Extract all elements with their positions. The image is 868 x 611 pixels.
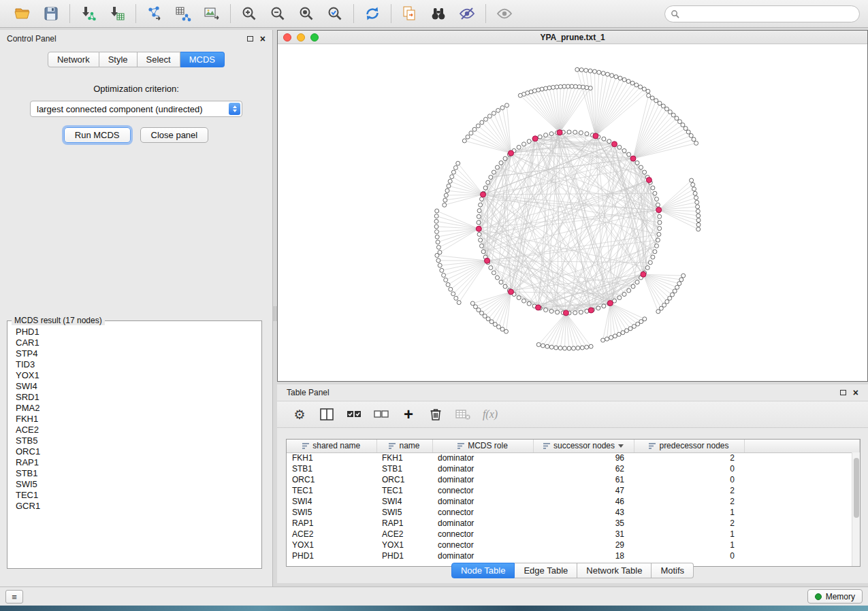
list-icon: ≡	[12, 592, 17, 602]
table-row[interactable]: ORC1ORC1dominator610	[287, 474, 860, 485]
table-cell: connector	[432, 529, 533, 540]
float-table-panel-icon[interactable]	[840, 390, 846, 395]
mcds-result-title: MCDS result (17 nodes)	[12, 316, 105, 325]
table-cell: SWI5	[376, 507, 432, 518]
mcds-result-item[interactable]: SWI5	[16, 479, 261, 490]
run-mcds-button[interactable]: Run MCDS	[64, 127, 131, 143]
mcds-result-item[interactable]: FKH1	[16, 414, 261, 425]
table-cell: 1	[634, 507, 744, 518]
split-table-icon[interactable]	[317, 404, 337, 425]
table-cell: FKH1	[376, 452, 432, 463]
new-network-icon[interactable]	[144, 3, 165, 24]
save-session-icon[interactable]	[41, 3, 61, 24]
show-graphics-details-icon[interactable]	[494, 3, 515, 24]
zoom-out-icon[interactable]	[268, 3, 288, 24]
close-panel-button[interactable]: Close panel	[140, 127, 209, 143]
table-row[interactable]: YOX1YOX1connector291	[287, 540, 860, 550]
network-graph[interactable]	[278, 44, 867, 381]
mcds-result-item[interactable]: TEC1	[16, 490, 261, 501]
import-network-icon[interactable]	[78, 3, 99, 24]
tab-select[interactable]: Select	[138, 52, 180, 67]
tab-network-table[interactable]: Network Table	[577, 563, 652, 578]
mcds-result-item[interactable]: STB5	[16, 435, 261, 446]
binoculars-icon[interactable]	[428, 3, 449, 24]
mcds-result-item[interactable]: STB1	[16, 468, 261, 479]
status-bar: ≡ Memory	[0, 587, 868, 606]
column-header-successor-nodes[interactable]: successor nodes	[533, 440, 634, 452]
tab-edge-table[interactable]: Edge Table	[515, 563, 577, 578]
table-cell: STB1	[287, 463, 376, 474]
table-row[interactable]: TEC1TEC1connector472	[287, 485, 860, 496]
table-cell: connector	[432, 485, 533, 496]
table-cell: connector	[432, 540, 533, 550]
mcds-result-item[interactable]: GCR1	[16, 501, 261, 512]
tab-style[interactable]: Style	[99, 52, 138, 67]
deselect-all-icon[interactable]	[371, 404, 391, 425]
table-row[interactable]: ACE2ACE2connector311	[287, 529, 860, 540]
tab-node-table[interactable]: Node Table	[451, 563, 515, 578]
table-row[interactable]: RAP1RAP1dominator352	[287, 518, 860, 529]
column-header-shared-name[interactable]: shared name	[287, 440, 376, 452]
zoom-in-icon[interactable]	[239, 3, 259, 24]
clear-table-icon	[453, 404, 473, 425]
column-header-name[interactable]: name	[376, 440, 432, 452]
mcds-result-item[interactable]: STP4	[16, 348, 261, 359]
add-column-icon[interactable]: +	[398, 404, 419, 425]
tab-network[interactable]: Network	[48, 52, 99, 67]
network-from-table-icon[interactable]	[173, 3, 193, 24]
table-row[interactable]: FKH1FKH1dominator962	[287, 452, 860, 463]
maximize-window-icon[interactable]	[310, 33, 319, 42]
mcds-result-item[interactable]: SRD1	[16, 392, 261, 403]
tab-mcds[interactable]: MCDS	[180, 52, 225, 67]
select-all-icon[interactable]	[344, 404, 364, 425]
open-file-icon[interactable]	[12, 3, 33, 24]
network-window-titlebar[interactable]: YPA_prune.txt_1	[278, 31, 867, 44]
table-row[interactable]: STB1STB1dominator620	[287, 463, 860, 474]
mcds-result-list[interactable]: PHD1CAR1STP4TID3YOX1SWI4SRD1PMA2FKH1ACE2…	[7, 325, 261, 512]
criterion-select[interactable]: largest connected component (undirected)	[30, 101, 242, 117]
column-header-predecessor-nodes[interactable]: predecessor nodes	[634, 440, 744, 452]
hide-graphics-details-icon[interactable]	[457, 3, 477, 24]
delete-column-icon[interactable]	[425, 404, 446, 425]
task-history-button[interactable]: ≡	[5, 590, 23, 604]
mcds-result-item[interactable]: ACE2	[16, 425, 261, 435]
memory-button[interactable]: Memory	[807, 589, 863, 604]
table-row[interactable]: PHD1PHD1dominator180	[287, 550, 860, 561]
search-input[interactable]	[683, 10, 854, 19]
mcds-result-item[interactable]: RAP1	[16, 457, 261, 468]
column-type-icon	[543, 442, 550, 449]
table-cell: 62	[533, 463, 634, 474]
close-table-panel-icon[interactable]: ×	[853, 388, 858, 397]
table-settings-gear-icon[interactable]: ⚙	[289, 404, 310, 425]
search-field[interactable]	[664, 5, 860, 22]
mcds-result-item[interactable]: CAR1	[16, 337, 261, 348]
mcds-result-item[interactable]: PMA2	[16, 403, 261, 414]
column-type-icon	[389, 442, 396, 449]
export-image-icon[interactable]	[202, 3, 222, 24]
float-panel-icon[interactable]	[247, 36, 253, 42]
mcds-result-item[interactable]: ORC1	[16, 446, 261, 457]
zoom-selected-icon[interactable]	[325, 3, 345, 24]
close-panel-icon[interactable]: ×	[260, 34, 266, 44]
mcds-result-item[interactable]: TID3	[16, 359, 261, 370]
close-window-icon[interactable]	[283, 33, 291, 42]
select-stepper-icon	[229, 103, 240, 115]
import-table-icon[interactable]	[107, 3, 127, 24]
table-cell: 0	[634, 550, 744, 561]
zoom-fit-icon[interactable]	[296, 3, 317, 24]
mcds-result-item[interactable]: PHD1	[16, 327, 261, 337]
table-cell: dominator	[432, 452, 533, 463]
scrollbar-thumb[interactable]	[854, 458, 859, 518]
table-row[interactable]: SWI4SWI4dominator462	[287, 496, 860, 507]
minimize-window-icon[interactable]	[297, 33, 305, 42]
table-row[interactable]: SWI5SWI5connector431	[287, 507, 860, 518]
clone-network-icon[interactable]	[400, 3, 420, 24]
mcds-result-item[interactable]: SWI4	[16, 381, 261, 392]
column-header-mcds-role[interactable]: MCDS role	[432, 440, 533, 452]
mcds-result-item[interactable]: YOX1	[16, 370, 261, 381]
table-cell: PHD1	[376, 550, 432, 561]
refresh-layout-icon[interactable]	[362, 3, 383, 24]
table-cell: 1	[634, 529, 744, 540]
table-scrollbar[interactable]	[852, 452, 860, 566]
tab-motifs[interactable]: Motifs	[652, 563, 694, 578]
